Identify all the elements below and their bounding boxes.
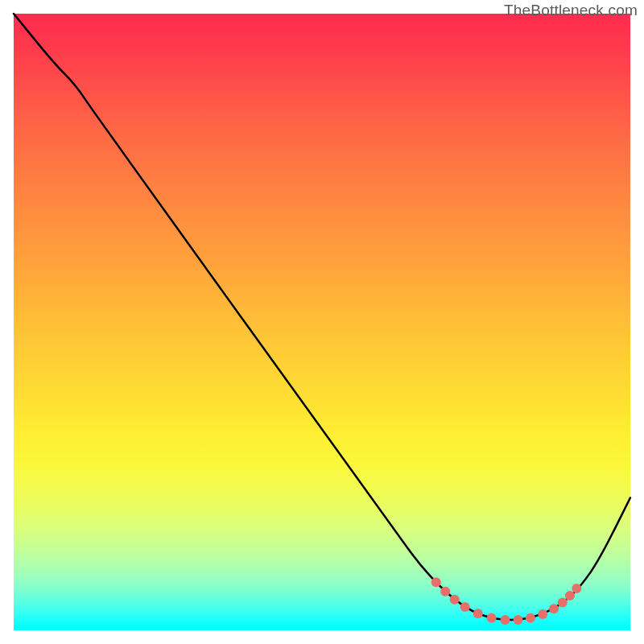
- attribution-text: TheBottleneck.com: [504, 2, 638, 19]
- chart-container: TheBottleneck.com: [0, 0, 644, 644]
- chart-gradient-background: [14, 14, 630, 630]
